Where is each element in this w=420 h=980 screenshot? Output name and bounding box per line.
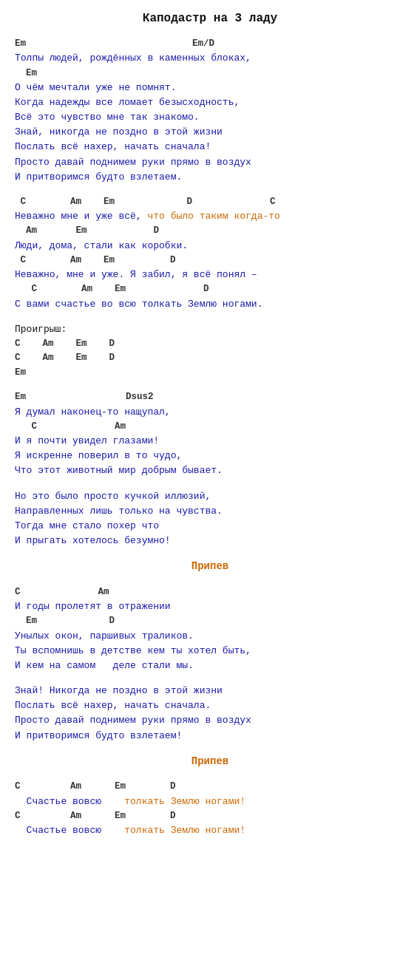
lyric-line: Я искренне поверил в то чудо, <box>15 449 405 463</box>
chord-line: C Am Em D <box>15 809 405 823</box>
verse-4: Знай! Никогда не поздно в этой жизни Пос… <box>15 684 405 743</box>
lyric-line: Знай, никогда не поздно в этой жизни <box>15 125 405 140</box>
lyric-line: Знай! Никогда не поздно в этой жизни <box>15 684 405 698</box>
lyric-line: И притворимся будто взлетаем. <box>15 170 405 185</box>
verse-2: Em Dsus2 Я думал наконец-то нащупал, C A… <box>15 390 405 478</box>
chord-line: Em Dsus2 <box>15 390 405 404</box>
lyric-line: Просто давай поднимем руки прямо в возду… <box>15 155 405 170</box>
lyric-line: Направленных лишь только на чувства. <box>15 504 405 519</box>
lyric-line: Всё это чувство мне так знакомо. <box>15 110 405 125</box>
lyric-line: Счастье вовсю толкать Землю ногами! <box>15 794 405 809</box>
chord-line: Em <box>15 366 405 380</box>
lyric-line: И годы пролетят в отражении <box>15 599 405 614</box>
lyric-line: И я почти увидел глазами! <box>15 434 405 449</box>
chord-line: C Am Em D <box>15 253 405 268</box>
lyric-line: Счастье вовсю толкать Землю ногами! <box>15 823 405 838</box>
section-label: Проигрыш: <box>15 322 405 337</box>
lyric-line: Послать всё нахер, начать сначала. <box>15 698 405 713</box>
chord-line: C Am <box>15 585 405 599</box>
lyric-line: И кем на самом деле стали мы. <box>15 659 405 673</box>
lyric-line: Неважно, мне и уже. Я забил, я всё понял… <box>15 268 405 282</box>
verse-1: Em Em/D Толпы людей, рождённых в каменны… <box>15 37 405 185</box>
chorus-2: C Am И годы пролетят в отражении Em D Ун… <box>15 585 405 673</box>
lyric-line: Люди, дома, стали как коробки. <box>15 239 405 253</box>
lyric-line: Послать всё нахер, начать сначала! <box>15 140 405 154</box>
chorus-label-1: Припев <box>15 559 405 575</box>
lyric-line: И притворимся будто взлетаем! <box>15 729 405 743</box>
chord-line: C Am <box>15 420 405 434</box>
lyric-line: С вами счастье во всю толкать Землю нога… <box>15 297 405 312</box>
chord-line: Em Em/D <box>15 37 405 51</box>
lyric-line: Что этот животный мир добрым бывает. <box>15 463 405 478</box>
chord-line: C Am Em D <box>15 780 405 794</box>
lyric-line: Тогда мне стало похер что <box>15 519 405 534</box>
lyric-line: Просто давай поднимем руки прямо в возду… <box>15 713 405 728</box>
chord-line: C Am Em D C <box>15 195 405 209</box>
lyric-line: Неважно мне и уже всё, что было таким ко… <box>15 209 405 224</box>
interlude: Проигрыш: C Am Em D C Am Em D Em <box>15 322 405 380</box>
lyric-line: Я думал наконец-то нащупал, <box>15 405 405 420</box>
chord-line: C Am Em D <box>15 351 405 365</box>
verse-3: Но это было просто кучкой иллюзий, Напра… <box>15 489 405 549</box>
chorus-label-2: Припев <box>15 754 405 770</box>
chord-line: Em D <box>15 614 405 628</box>
chorus-label: Припев <box>15 559 405 575</box>
chorus-label: Припев <box>15 754 405 770</box>
lyric-line: О чём мечтали уже не помнят. <box>15 81 405 95</box>
chord-line: C Am Em D <box>15 337 405 351</box>
lyric-line: Но это было просто кучкой иллюзий, <box>15 489 405 504</box>
chord-line: Am Em D <box>15 224 405 238</box>
chorus-1: C Am Em D C Неважно мне и уже всё, что б… <box>15 195 405 312</box>
chord-line: Em <box>15 67 405 81</box>
lyric-line: Унылых окон, паршивых траликов. <box>15 629 405 644</box>
lyric-line: Когда надежды все ломает безысходность, <box>15 95 405 110</box>
page-title: Каподастр на 3 ладу <box>15 12 405 25</box>
outro: C Am Em D Счастье вовсю толкать Землю но… <box>15 780 405 838</box>
lyric-line: И прыгать хотелось безумно! <box>15 534 405 548</box>
lyric-line: Ты вспомнишь в детстве кем ты хотел быть… <box>15 644 405 659</box>
lyric-line: Толпы людей, рождённых в каменных блоках… <box>15 51 405 66</box>
chord-line: C Am Em D <box>15 282 405 296</box>
